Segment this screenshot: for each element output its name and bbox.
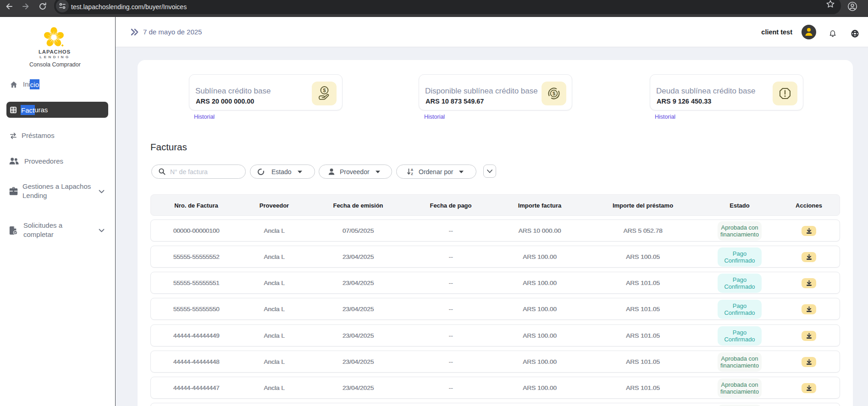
svg-text:Z: Z (411, 172, 413, 176)
svg-text:$: $ (323, 88, 326, 93)
svg-text:$: $ (553, 91, 555, 96)
